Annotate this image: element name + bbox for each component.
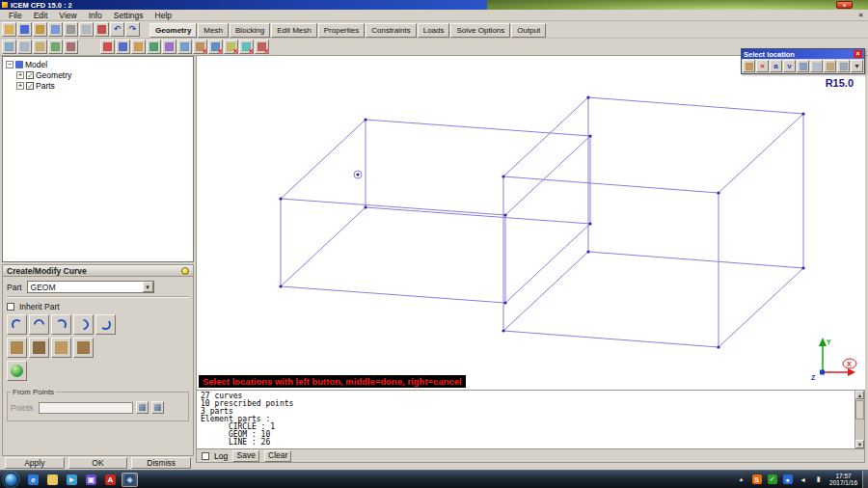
tab-output[interactable]: Output — [511, 23, 546, 38]
repair-geometry-icon[interactable] — [162, 40, 176, 54]
delete-point-icon[interactable]: × — [193, 40, 207, 54]
volume-tray-icon[interactable]: ◄ — [797, 474, 809, 486]
tree-item-geometry[interactable]: +✓Geometry — [3, 69, 193, 80]
visibility-checkbox[interactable]: ✓ — [26, 71, 34, 79]
delete-any-entity-icon[interactable]: × — [255, 40, 269, 54]
apply-button[interactable]: Apply — [5, 457, 65, 469]
help-bulb-icon[interactable] — [181, 267, 189, 275]
media-player-taskbar-icon[interactable]: ► — [64, 473, 80, 487]
checkbox-box[interactable] — [202, 452, 209, 460]
segment-curve-icon[interactable] — [29, 338, 49, 358]
cancel-selection-icon[interactable]: × — [756, 60, 769, 72]
model-tree-panel[interactable]: −Model+✓Geometry+✓Parts — [2, 56, 194, 262]
menubar-close-icon[interactable]: × — [858, 11, 863, 19]
icem-taskbar-icon[interactable]: ◈ — [122, 473, 138, 487]
points-input[interactable] — [39, 402, 133, 414]
redo-icon[interactable]: ↷ — [125, 22, 140, 37]
show-desktop-button[interactable] — [862, 471, 868, 488]
select-visible-icon[interactable]: v — [783, 60, 796, 72]
circle-from-points-icon[interactable] — [51, 314, 71, 335]
part-dropdown[interactable]: GEOM ▾ — [27, 281, 154, 293]
clear-log-button[interactable]: Clear — [264, 450, 291, 462]
tab-blocking[interactable]: Blocking — [230, 23, 270, 38]
ie-taskbar-icon[interactable]: e — [25, 473, 41, 487]
dropdown-arrow-icon[interactable]: ▾ — [143, 282, 153, 292]
project-curve-icon[interactable] — [7, 338, 27, 358]
point-options-button[interactable] — [151, 401, 164, 414]
log-checkbox[interactable]: Log — [202, 451, 228, 461]
undo-icon[interactable]: ↶ — [110, 22, 124, 37]
tab-mesh[interactable]: Mesh — [198, 23, 229, 38]
checkbox-box[interactable] — [7, 303, 14, 311]
menu-settings[interactable]: Settings — [108, 11, 149, 20]
midline-curve-icon[interactable] — [7, 361, 27, 381]
messenger-tray-icon[interactable]: ● — [781, 474, 794, 486]
network-tray-icon[interactable]: ▮ — [812, 474, 825, 486]
sogou-input-tray-icon[interactable]: S — [750, 474, 763, 486]
curve-from-points-icon[interactable] — [7, 314, 27, 335]
tree-expander-icon[interactable]: − — [6, 61, 14, 68]
tab-solve-options[interactable]: Solve Options — [450, 23, 510, 38]
explorer-taskbar-icon[interactable] — [44, 473, 61, 487]
snap-to-grid-icon[interactable] — [797, 60, 809, 72]
workbench-link-icon[interactable] — [95, 22, 109, 37]
fit-view-icon[interactable] — [2, 40, 16, 54]
create-surface-icon[interactable] — [131, 40, 146, 54]
open-geometry-icon[interactable] — [33, 22, 47, 37]
create-body-icon[interactable] — [147, 40, 161, 54]
create-point-icon[interactable] — [100, 40, 115, 54]
concatenate-curve-icon[interactable] — [51, 338, 71, 358]
create-curve-icon[interactable] — [116, 40, 130, 54]
select-location-toolbar[interactable]: Select location × ×av▾ — [741, 48, 865, 74]
ok-button[interactable]: OK — [68, 457, 128, 469]
log-scrollbar[interactable]: ▲ ▼ — [854, 391, 864, 448]
point-picker-button[interactable] — [136, 401, 149, 414]
tab-properties[interactable]: Properties — [318, 23, 365, 38]
save-geometry-icon[interactable] — [48, 22, 63, 37]
reference-point-icon[interactable] — [824, 60, 836, 72]
menu-edit[interactable]: Edit — [28, 11, 54, 20]
tree-expander-icon[interactable]: + — [16, 82, 24, 90]
zoom-window-icon[interactable] — [17, 40, 32, 54]
visibility-checkbox[interactable]: ✓ — [26, 82, 34, 90]
clipping-plane-icon[interactable] — [64, 40, 78, 54]
scroll-down-icon[interactable]: ▼ — [855, 440, 864, 448]
more-options-icon[interactable]: ▾ — [851, 60, 863, 72]
scroll-up-icon[interactable]: ▲ — [855, 391, 864, 399]
menu-info[interactable]: Info — [83, 11, 108, 20]
delete-surface-icon[interactable]: × — [224, 40, 238, 54]
measure-distance-icon[interactable] — [33, 40, 47, 54]
close-window-button[interactable]: × — [836, 1, 853, 9]
open-project-icon[interactable] — [2, 22, 16, 37]
arc-from-points-icon[interactable] — [29, 314, 49, 335]
scrollbar-thumb[interactable] — [855, 400, 864, 420]
graphics-viewport[interactable]: R15.0 Select locations with left button,… — [196, 55, 865, 390]
tab-geometry[interactable]: Geometry — [149, 23, 197, 38]
palette-titlebar[interactable]: Select location × — [742, 49, 864, 59]
tree-item-parts[interactable]: +✓Parts — [3, 80, 193, 91]
screen-capture-icon[interactable] — [64, 22, 78, 37]
print-icon[interactable] — [79, 22, 94, 37]
select-hand-icon[interactable] — [743, 60, 755, 72]
dismiss-button[interactable]: Dismiss — [131, 457, 191, 469]
titlebar-drag-area[interactable]: ICEM CFD 15.0 : 2 — [0, 0, 487, 10]
tab-constraints[interactable]: Constraints — [366, 23, 416, 38]
transform-geometry-icon[interactable] — [177, 40, 192, 54]
surface-intersection-curve-icon[interactable] — [95, 314, 116, 335]
save-log-button[interactable]: Save — [232, 450, 259, 462]
tree-expander-icon[interactable]: + — [16, 71, 24, 79]
save-project-icon[interactable] — [17, 22, 32, 37]
security-tray-icon[interactable]: ✓ — [766, 474, 778, 486]
tab-loads[interactable]: Loads — [418, 23, 450, 38]
pdf-reader-taskbar-icon[interactable]: A — [102, 473, 119, 487]
selection-options-icon[interactable] — [837, 60, 850, 72]
taskbar-clock[interactable]: 17:57 2017/1/16 — [829, 473, 857, 486]
coordinate-entry-icon[interactable] — [810, 60, 823, 72]
tab-edit-mesh[interactable]: Edit Mesh — [271, 23, 317, 38]
tray-expand-icon[interactable]: ▴ — [735, 474, 747, 486]
select-all-visible-icon[interactable]: a — [770, 60, 782, 72]
menu-file[interactable]: File — [3, 11, 28, 20]
delete-body-icon[interactable]: × — [239, 40, 254, 54]
extract-curve-icon[interactable] — [73, 338, 94, 358]
menu-view[interactable]: View — [53, 11, 82, 20]
